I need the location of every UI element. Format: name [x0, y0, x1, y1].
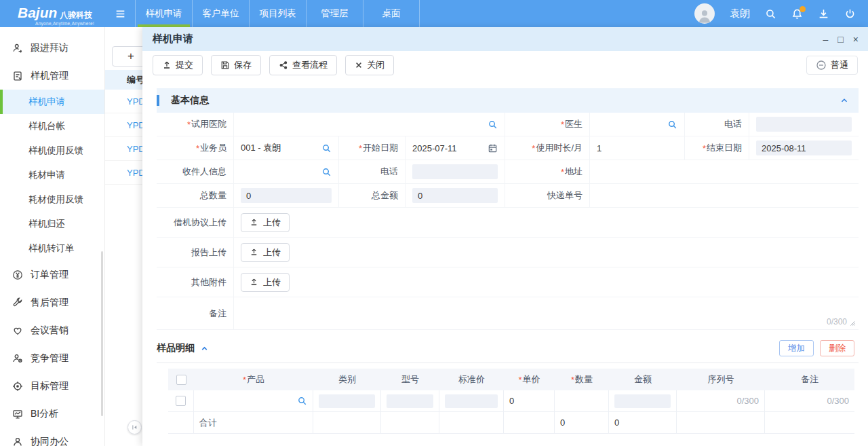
search-icon[interactable]: [765, 8, 776, 20]
model-input[interactable]: [387, 394, 433, 408]
upload-button[interactable]: 上传: [241, 213, 290, 232]
remark-field[interactable]: 0/300: [234, 297, 859, 330]
minimize-icon[interactable]: –: [823, 35, 829, 44]
user-avatar[interactable]: [694, 3, 715, 24]
user-name[interactable]: 袁朗: [730, 7, 750, 20]
phone2-input[interactable]: [412, 164, 498, 179]
submit-button[interactable]: 提交: [153, 55, 203, 75]
delete-row-button[interactable]: 删除: [820, 340, 854, 356]
person-follow-icon: [12, 43, 23, 54]
search-icon[interactable]: [667, 119, 677, 130]
sidebar-item-order-management[interactable]: 订单管理: [0, 261, 104, 289]
category-input[interactable]: [319, 394, 375, 408]
phone2-field: [406, 160, 505, 184]
bell-icon[interactable]: [791, 8, 803, 20]
power-icon[interactable]: [844, 8, 856, 20]
product-cell[interactable]: [194, 390, 313, 412]
report-upload-label: 报告上传: [157, 238, 234, 267]
search-icon[interactable]: [297, 396, 307, 406]
total-amount-input[interactable]: 0: [412, 188, 498, 203]
start-date-field[interactable]: 2025-07-11: [406, 136, 505, 160]
select-all-checkbox[interactable]: [176, 375, 186, 385]
total-qty-input[interactable]: 0: [241, 188, 332, 203]
phone-input[interactable]: [756, 117, 852, 132]
maximize-icon[interactable]: □: [837, 35, 843, 44]
clipboard-icon: [12, 71, 23, 81]
standard-price-input[interactable]: [445, 394, 498, 408]
col-remark: 备注: [765, 369, 854, 390]
share-icon: [279, 60, 288, 70]
search-icon[interactable]: [488, 119, 498, 130]
basic-info-title: 基本信息: [171, 94, 209, 107]
sidebar-item-conference-marketing[interactable]: 会议营销: [0, 316, 104, 344]
chevron-up-icon[interactable]: [840, 96, 849, 105]
salesman-field[interactable]: 001 - 袁朗: [234, 136, 339, 160]
sidebar-item-consumable-feedback[interactable]: 耗材使用反馈: [0, 187, 104, 212]
list-item[interactable]: YPD: [105, 161, 143, 185]
sidebar-item-sample-return[interactable]: 样机归还: [0, 212, 104, 236]
download-icon[interactable]: [818, 8, 829, 20]
sidebar-item-competition-management[interactable]: 竞争管理: [0, 344, 104, 372]
sidebar-item-consumable-request[interactable]: 耗材申请: [0, 163, 104, 187]
amount-input[interactable]: [614, 394, 671, 408]
upload-button[interactable]: 上传: [241, 243, 290, 262]
nav-tab-management[interactable]: 管理层: [306, 0, 363, 27]
quantity-cell[interactable]: [555, 390, 609, 412]
sidebar-item-sample-management[interactable]: 样机管理: [0, 62, 104, 90]
serial-cell[interactable]: 0/300: [677, 390, 765, 412]
list-item[interactable]: YPD: [105, 137, 143, 161]
calendar-icon[interactable]: [488, 143, 498, 153]
row-checkbox[interactable]: [176, 396, 186, 406]
recipient-field[interactable]: [234, 160, 339, 184]
sidebar-item-sample-ledger[interactable]: 样机台帐: [0, 114, 104, 138]
save-button[interactable]: 保存: [211, 55, 261, 75]
resize-grip-icon[interactable]: [848, 318, 856, 327]
sidebar-item-bi-analysis[interactable]: BI分析: [0, 400, 104, 428]
list-item[interactable]: YPD: [105, 113, 143, 137]
sidebar-item-sample-feedback[interactable]: 样机使用反馈: [0, 138, 104, 163]
collapse-panel-button[interactable]: [127, 420, 142, 434]
section-divider: [157, 363, 859, 363]
view-process-button[interactable]: 查看流程: [269, 55, 337, 75]
priority-mode-button[interactable]: 普通: [806, 56, 858, 75]
remark-counter: 0/300: [827, 317, 847, 327]
sidebar-item-collaboration[interactable]: 协同办公: [0, 428, 104, 446]
sidebar-item-aftersales-management[interactable]: 售后管理: [0, 289, 104, 316]
wrench-icon: [12, 297, 23, 308]
select-all-header: [168, 369, 194, 390]
hospital-field[interactable]: [234, 113, 505, 136]
sidebar-scrollbar-thumb[interactable]: [101, 251, 103, 416]
brand-logo: Bajun 八骏科技 Anyone,Anytime,Anywhere!: [0, 0, 105, 27]
nav-tab-sample-request[interactable]: 样机申请: [135, 0, 192, 27]
add-row-button[interactable]: 增加: [779, 340, 814, 356]
duration-label: *使用时长/月: [505, 136, 590, 160]
sidebar-item-sample-to-order[interactable]: 样机转订单: [0, 236, 104, 261]
address-field[interactable]: [590, 160, 859, 184]
remark-cell[interactable]: 0/300: [765, 390, 854, 412]
close-form-button[interactable]: 关闭: [345, 55, 394, 75]
sidebar-item-follow-visit[interactable]: 跟进拜访: [0, 34, 104, 62]
end-date-input[interactable]: 2025-08-11: [756, 141, 852, 155]
hamburger-menu-icon[interactable]: [105, 0, 135, 27]
close-window-icon[interactable]: ×: [853, 35, 859, 44]
nav-tab-desktop[interactable]: 桌面: [363, 0, 420, 27]
duration-field[interactable]: 1: [590, 136, 685, 160]
end-date-label: *结束日期: [685, 136, 749, 160]
hospital-label: *试用医院: [157, 113, 234, 136]
nav-tab-projects[interactable]: 项目列表: [249, 0, 306, 27]
chevron-up-icon[interactable]: [200, 344, 209, 353]
sample-detail-title: 样品明细: [157, 342, 195, 354]
sidebar-item-sample-request[interactable]: 样机申请: [0, 90, 104, 114]
nav-tab-customers[interactable]: 客户单位: [192, 0, 249, 27]
search-icon[interactable]: [321, 167, 332, 177]
doctor-field[interactable]: [590, 113, 685, 136]
tracking-field[interactable]: [590, 184, 859, 208]
heart-icon: [12, 325, 23, 336]
sidebar-item-target-management[interactable]: 目标管理: [0, 372, 104, 400]
list-item[interactable]: YPD: [105, 90, 143, 113]
unit-price-cell[interactable]: 0: [504, 390, 555, 412]
col-amount: 金额: [609, 369, 677, 390]
sample-request-modal: 样机申请 – □ × 提交 保存 查看流程 关闭: [142, 27, 868, 446]
upload-button[interactable]: 上传: [241, 273, 290, 292]
search-icon[interactable]: [321, 143, 332, 153]
